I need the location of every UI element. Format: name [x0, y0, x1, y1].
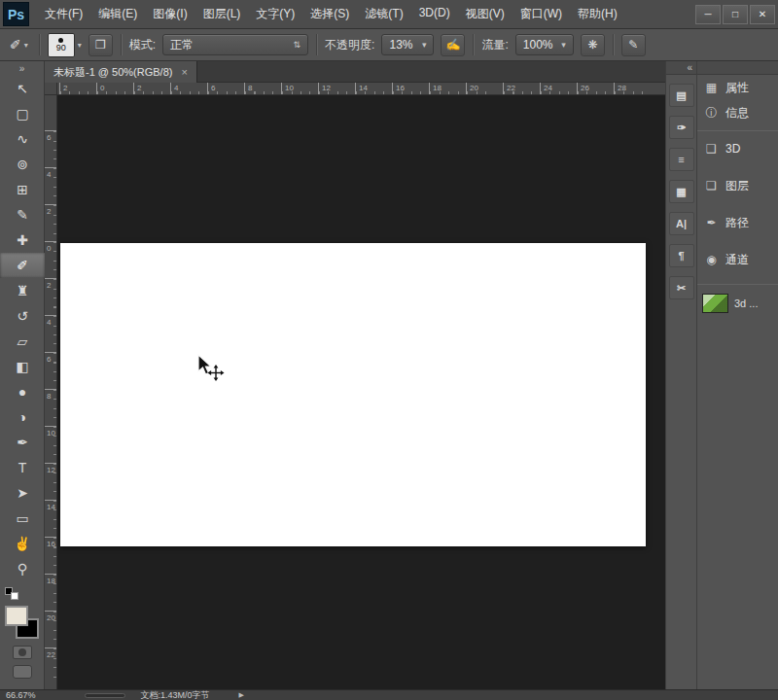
vertical-ruler[interactable]: 6420246810121416182022 — [45, 95, 57, 689]
blur-tool[interactable]: ● — [0, 379, 45, 404]
tool-preset-picker[interactable]: ✐ ▾ — [7, 35, 31, 54]
dock-header[interactable] — [697, 61, 778, 75]
status-options-arrow-icon[interactable]: ▶ — [239, 691, 244, 699]
tool-presets-panel-icon[interactable]: ✂ — [669, 276, 694, 299]
ruler-mark: 22 — [45, 648, 56, 684]
menu-item[interactable]: 选择(S) — [302, 2, 357, 26]
eraser-tool[interactable]: ▱ — [0, 329, 45, 354]
ruler-mark: 6 — [45, 352, 56, 389]
brush-tool[interactable]: ✐ — [0, 253, 45, 278]
foreground-color-swatch[interactable] — [5, 606, 28, 626]
channels-panel-button[interactable]: ◉ 通道 — [697, 247, 778, 272]
ruler-mark: 2 — [133, 83, 170, 94]
quick-mask-icon — [18, 648, 26, 656]
document-tab[interactable]: 未标题-1 @ 50%(RGB/8) × — [45, 61, 197, 83]
panel-icon: ◉ — [704, 253, 719, 266]
layers-panel-button[interactable]: ❏ 图层 — [697, 173, 778, 198]
dodge-tool[interactable]: ◑ — [0, 404, 45, 430]
blend-mode-value: 正常 — [170, 37, 194, 53]
toolbar-collapse-button[interactable]: » — [0, 61, 44, 76]
tablet-opacity-pressure-button[interactable]: ✍ — [441, 34, 465, 56]
ruler-mark: 8 — [244, 83, 281, 94]
swap-colors-icon[interactable] — [11, 592, 18, 600]
lasso-tool[interactable]: ∿ — [0, 126, 45, 152]
blend-mode-select[interactable]: 正常 ⇅ — [162, 34, 308, 55]
properties-panel-button[interactable]: ▦ 属性 — [697, 75, 778, 100]
menu-item[interactable]: 滤镜(T) — [357, 2, 410, 26]
marquee-tool[interactable]: ▢ — [0, 101, 45, 126]
clone-stamp-tool[interactable]: ♜ — [0, 278, 45, 303]
menu-item[interactable]: 文字(Y) — [248, 2, 302, 26]
ruler-mark: 16 — [45, 537, 56, 574]
menu-item[interactable]: 图像(I) — [145, 2, 194, 26]
status-scroll-thumb[interactable] — [85, 693, 125, 698]
close-button[interactable]: ✕ — [750, 5, 775, 24]
menu-item[interactable]: 帮助(H) — [570, 2, 625, 26]
eyedropper-tool[interactable]: ✎ — [0, 202, 45, 228]
ruler-mark: 18 — [429, 83, 466, 94]
shape-tool[interactable]: ▭ — [0, 506, 45, 531]
hand-tool[interactable]: ✌ — [0, 531, 45, 556]
quick-mask-button[interactable] — [13, 646, 32, 659]
ruler-mark: 2 — [59, 83, 96, 94]
menubar: 文件(F)编辑(E)图像(I)图层(L)文字(Y)选择(S)滤镜(T)3D(D)… — [37, 2, 625, 26]
menu-item[interactable]: 编辑(E) — [90, 2, 145, 26]
horizontal-ruler[interactable]: 20246810121416182022242628 — [57, 83, 665, 95]
titlebar: Ps 文件(F)编辑(E)图像(I)图层(L)文字(Y)选择(S)滤镜(T)3D… — [0, 0, 778, 29]
strip-collapse-button[interactable]: « — [666, 61, 696, 75]
3d-layer-item[interactable]: 3d ... — [697, 291, 778, 316]
screen-mode-button[interactable] — [13, 665, 32, 679]
type-tool[interactable]: T — [0, 455, 45, 480]
tablet-size-pressure-button[interactable]: ✎ — [621, 34, 646, 56]
paths-panel-button[interactable]: ✒ 路径 — [697, 210, 778, 235]
menu-item[interactable]: 图层(L) — [195, 2, 249, 26]
chevron-down-icon: ▾ — [78, 41, 82, 50]
zoom-level-field[interactable]: 66.67% — [6, 690, 36, 700]
menu-item[interactable]: 窗口(W) — [513, 2, 570, 26]
healing-brush-tool[interactable]: ✚ — [0, 228, 45, 253]
ruler-mark: 4 — [45, 315, 56, 352]
ruler-mark: 20 — [45, 611, 56, 648]
panel-icon: ⓘ — [704, 105, 719, 122]
panel-label: 图层 — [725, 178, 749, 194]
tool-icon: ✎ — [17, 207, 28, 223]
tool-icon: ♜ — [17, 283, 29, 298]
quick-selection-tool[interactable]: ⊚ — [0, 152, 45, 177]
tab-close-icon[interactable]: × — [181, 66, 187, 78]
flow-select[interactable]: 100% ▾ — [515, 34, 574, 55]
menu-item[interactable]: 视图(V) — [458, 2, 513, 26]
history-brush-tool[interactable]: ↺ — [0, 303, 45, 329]
tool-icon: ✐ — [17, 258, 28, 273]
menu-item[interactable]: 文件(F) — [37, 2, 90, 26]
chevron-down-icon: ▾ — [553, 40, 566, 50]
brush-panel-icon[interactable]: ≡ — [669, 148, 694, 171]
maximize-button[interactable]: □ — [723, 5, 748, 24]
canvas[interactable] — [60, 243, 646, 546]
menu-item[interactable]: 3D(D) — [411, 2, 458, 26]
opacity-select[interactable]: 13% ▾ — [381, 34, 434, 55]
adjustments-panel-icon[interactable]: ▤ — [669, 84, 694, 107]
crop-tool[interactable]: ⊞ — [0, 177, 45, 202]
zoom-tool[interactable]: ⚲ — [0, 556, 45, 581]
ruler-mark: 18 — [45, 574, 56, 611]
airbrush-button[interactable]: ❋ — [581, 34, 605, 56]
divider — [121, 34, 122, 55]
paragraph-panel-icon[interactable]: ¶ — [669, 244, 694, 267]
3d-panel-button[interactable]: ❑ 3D — [697, 136, 778, 161]
styles-panel-icon[interactable]: ✑ — [669, 116, 694, 139]
path-selection-tool[interactable]: ➤ — [0, 480, 45, 506]
info-panel-button[interactable]: ⓘ 信息 — [697, 100, 778, 125]
pen-tool[interactable]: ✒ — [0, 430, 45, 455]
brush-preset-picker[interactable]: 90 ▾ — [48, 33, 82, 57]
tool-icon: ● — [18, 384, 26, 400]
ruler-mark: 28 — [614, 83, 651, 94]
gradient-tool[interactable]: ◧ — [0, 354, 45, 379]
clone-source-panel-icon[interactable]: ▦ — [669, 180, 694, 203]
move-tool[interactable]: ↖ — [0, 76, 45, 101]
character-panel-icon[interactable]: A| — [669, 212, 694, 235]
flow-value: 100% — [523, 38, 553, 52]
toggle-brush-panel-button[interactable]: ❐ — [88, 34, 113, 56]
minimize-button[interactable]: ─ — [695, 5, 721, 24]
chevron-down-icon: ▾ — [414, 40, 427, 50]
ruler-origin-corner[interactable] — [45, 83, 57, 95]
